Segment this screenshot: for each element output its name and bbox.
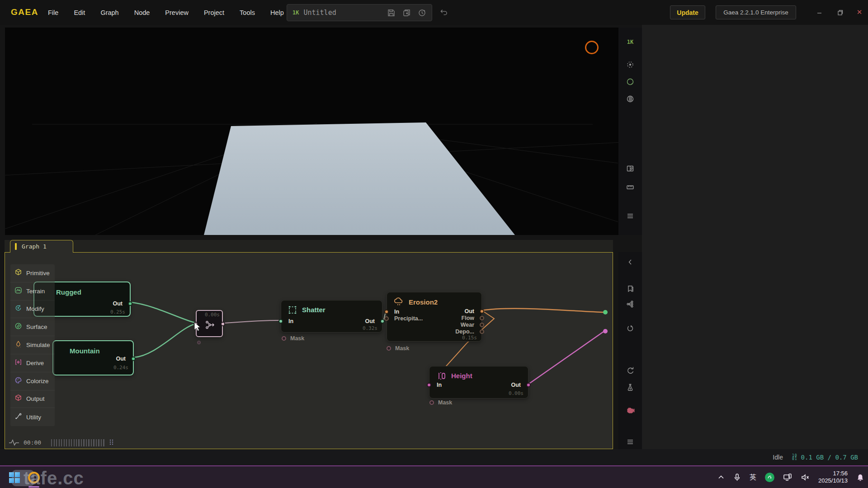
cast-display-icon[interactable]: [783, 473, 792, 481]
node-erosion2-flow-port[interactable]: Flow: [462, 315, 474, 321]
node-mountain[interactable]: Mountain Out 0.24s: [52, 340, 134, 375]
undo-icon[interactable]: [439, 8, 448, 16]
node-erosion2-wear-port[interactable]: Wear: [461, 322, 474, 328]
port-dot[interactable]: [282, 336, 286, 341]
split-view-icon[interactable]: [622, 161, 638, 176]
ime-indicator[interactable]: 英: [750, 473, 756, 482]
node-rugged-out-port[interactable]: Out: [113, 300, 123, 307]
menu-edit[interactable]: Edit: [74, 9, 85, 16]
erosion-preview-icon[interactable]: [622, 321, 638, 336]
menu-help[interactable]: Help: [270, 9, 284, 16]
graph-tab[interactable]: Graph 1: [10, 240, 73, 253]
port-dot[interactable]: [131, 357, 136, 361]
maximize-button[interactable]: [834, 6, 846, 18]
update-button[interactable]: Update: [670, 5, 705, 19]
taskbar-clock[interactable]: 17:56 2025/10/13: [818, 470, 848, 484]
graph-edge-port-pink[interactable]: [603, 329, 608, 333]
node-combine-out-port[interactable]: [221, 322, 225, 326]
water-toggle-icon[interactable]: [622, 74, 638, 89]
graph-toolbar: [618, 252, 642, 449]
notification-bell-icon[interactable]: [856, 473, 864, 482]
minimize-button[interactable]: [814, 6, 826, 18]
port-dot[interactable]: [480, 329, 484, 334]
viewport-menu-icon[interactable]: [622, 208, 638, 224]
port-dot[interactable]: [480, 323, 484, 327]
node-height-in-port[interactable]: In: [437, 382, 442, 388]
measure-icon[interactable]: [622, 179, 638, 195]
node-height-out-port[interactable]: Out: [511, 382, 521, 388]
port-dot[interactable]: [526, 383, 531, 387]
category-output[interactable]: Output: [10, 390, 55, 408]
collapse-panel-icon[interactable]: [622, 255, 638, 269]
node-shatter-mask-port[interactable]: Mask: [282, 335, 304, 342]
node-graph-canvas[interactable]: Rugged Out 0.25s Mountain Out 0.24s 0.00…: [5, 252, 613, 449]
status-text: Idle: [773, 454, 783, 461]
node-erosion2-in-port[interactable]: In: [394, 309, 399, 315]
graph-edge-port-green[interactable]: [603, 310, 608, 314]
node-erosion2-precipitation-port[interactable]: Precipita...: [394, 315, 423, 322]
node-erosion2[interactable]: Erosion2 In Precipita... Out Flow Wear D…: [387, 292, 482, 342]
engine-icon[interactable]: [622, 403, 638, 417]
node-height-mask-port[interactable]: Mask: [429, 399, 452, 406]
port-dot[interactable]: [384, 310, 389, 314]
menu-project[interactable]: Project: [204, 9, 224, 16]
category-colorize[interactable]: Colorize: [10, 372, 55, 390]
node-erosion2-mask-port[interactable]: Mask: [387, 345, 409, 352]
navigation-gizmo[interactable]: [585, 41, 599, 54]
history-icon[interactable]: [418, 9, 426, 17]
output-cube-icon: [14, 394, 22, 404]
graph-menu-icon[interactable]: [622, 435, 638, 450]
node-shatter[interactable]: Shatter In Out 0.32s: [281, 300, 382, 333]
node-mountain-out-port[interactable]: Out: [116, 356, 126, 362]
port-dot[interactable]: [384, 316, 389, 321]
save-copy-icon[interactable]: [402, 9, 411, 17]
tray-green-app-icon[interactable]: [765, 473, 774, 482]
node-shatter-in-port[interactable]: In: [288, 318, 293, 324]
menu-node[interactable]: Node: [134, 9, 150, 16]
node-network-icon[interactable]: [622, 297, 638, 311]
category-modify[interactable]: Modify: [10, 300, 55, 319]
menu-preview[interactable]: Preview: [165, 9, 189, 16]
port-dot[interactable]: [480, 316, 484, 320]
menu-tools[interactable]: Tools: [240, 9, 255, 16]
category-surface[interactable]: Surface: [10, 318, 55, 336]
node-erosion2-out-port[interactable]: Out: [464, 308, 474, 314]
category-utility[interactable]: Utility: [10, 408, 55, 426]
category-terrain[interactable]: Terrain: [10, 282, 55, 300]
node-height[interactable]: Height In Out 0.00s: [429, 366, 528, 399]
port-dot[interactable]: [429, 400, 434, 405]
viewport-resolution-button[interactable]: 1K: [622, 34, 638, 50]
microphone-icon[interactable]: [733, 473, 741, 482]
menu-graph[interactable]: Graph: [100, 9, 118, 16]
category-primitive[interactable]: Primitive: [10, 264, 55, 282]
viewport-3d[interactable]: [5, 28, 618, 235]
volume-muted-icon[interactable]: [801, 474, 810, 481]
drag-dots-icon[interactable]: [109, 439, 115, 446]
close-button[interactable]: ✕: [854, 6, 865, 18]
port-dot[interactable]: [278, 319, 283, 324]
category-simulate[interactable]: Simulate: [10, 336, 55, 354]
port-dot[interactable]: [427, 383, 431, 387]
memory-icon: 1001: [792, 454, 797, 460]
combine-mask-port[interactable]: [198, 341, 201, 344]
bookmarks-icon[interactable]: [622, 282, 638, 296]
port-dot[interactable]: [387, 346, 391, 351]
node-erosion2-deposits-port[interactable]: Depo...: [455, 328, 474, 335]
graph-timecode: 00:00: [24, 439, 41, 446]
port-dot[interactable]: [128, 301, 132, 306]
gaea-window: GAEA File Edit Graph Node Preview Projec…: [0, 0, 868, 488]
clip-view-icon[interactable]: [622, 91, 638, 107]
port-dot[interactable]: [380, 319, 385, 324]
build-flask-icon[interactable]: [622, 380, 638, 395]
version-button[interactable]: Gaea 2.2.1.0 Enterprise: [716, 5, 796, 19]
menu-file[interactable]: File: [48, 9, 58, 16]
tray-expand-icon[interactable]: [717, 474, 725, 480]
port-dot[interactable]: [480, 309, 484, 314]
node-shatter-out-port[interactable]: Out: [365, 318, 375, 324]
save-icon[interactable]: [387, 9, 396, 17]
document-tab[interactable]: 1K Untitled: [287, 4, 432, 21]
start-button[interactable]: [9, 472, 20, 483]
lighting-icon[interactable]: [622, 57, 638, 72]
rotate-view-icon[interactable]: [622, 363, 638, 378]
category-derive[interactable]: Derive: [10, 354, 55, 372]
